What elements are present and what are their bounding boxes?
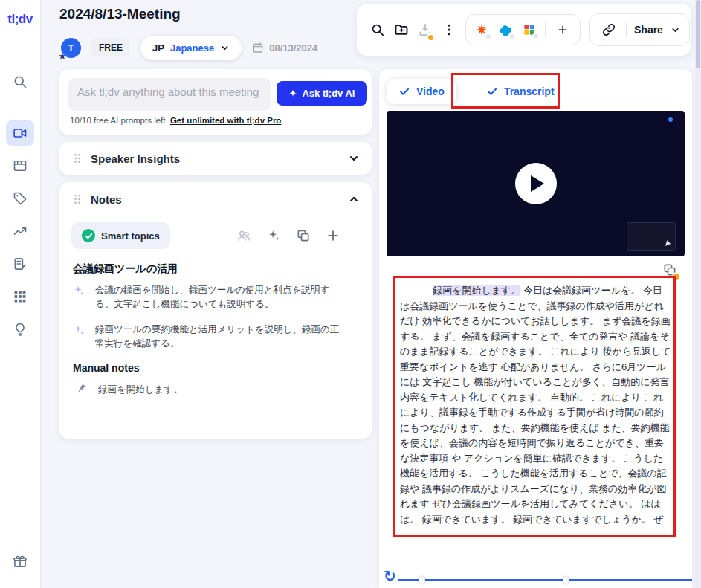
add-integration-button[interactable] — [553, 20, 572, 39]
sidebar: tl;dv — [0, 0, 41, 588]
gift-icon — [13, 554, 28, 569]
lightbulb-icon — [13, 322, 28, 337]
app-root: tl;dv — [0, 0, 701, 588]
tldv-logo: tl;dv — [7, 12, 32, 27]
integration-badge — [485, 33, 492, 40]
ask-ai-card: ✦ Ask tl;dv AI 10/10 free AI prompts lef… — [59, 69, 372, 135]
speaker-insights-card[interactable]: Speaker Insights — [59, 142, 372, 175]
check-icon — [398, 85, 410, 97]
integrations-group — [465, 14, 581, 45]
recording-indicator-dot — [668, 117, 673, 122]
notes-toolbar: Smart topics — [71, 222, 360, 249]
sparkles-icon: ✦ — [289, 88, 297, 99]
scrollbar-thumb[interactable] — [696, 0, 700, 68]
copy-badge — [672, 272, 681, 281]
transcript-highlight: 録画を開始します。 — [433, 285, 520, 296]
sidebar-meetings-button[interactable] — [6, 120, 34, 146]
sidebar-library-button[interactable] — [6, 152, 34, 179]
ai-note-item: 録画ツールの要約機能と活用メリットを説明し、録画の正常実行を確認する。 — [73, 323, 360, 352]
sparkle-icon — [73, 283, 88, 312]
move-to-folder-button[interactable] — [394, 20, 409, 39]
playback-timeline[interactable] — [398, 579, 692, 581]
library-icon — [13, 158, 28, 173]
copy-transcript-button[interactable] — [662, 262, 677, 277]
sparkle-wand-icon[interactable] — [266, 228, 281, 243]
sidebar-templates-button[interactable] — [6, 251, 34, 277]
chevron-down-icon — [671, 25, 680, 35]
language-name: Japanese — [170, 42, 214, 54]
speaker-insights-title: Speaker Insights — [91, 152, 180, 165]
smart-topic-heading: 会議録画ツールの活用 — [73, 262, 360, 276]
cursor-icon — [665, 240, 671, 247]
notes-title: Notes — [91, 193, 122, 206]
download-button[interactable] — [418, 20, 433, 39]
pin-icon — [76, 383, 89, 395]
integration-badge — [508, 33, 516, 40]
share-button[interactable]: Share — [634, 24, 663, 36]
check-circle-icon — [82, 229, 95, 242]
meeting-meta-row: T ★ FREE JP Japanese 08/13/2024 — [61, 34, 317, 61]
copy-icon[interactable] — [296, 228, 311, 243]
media-card: Video Transcript 録画を開始します。 今日は会議録画ツールを。 … — [379, 69, 692, 588]
integration-apps-button[interactable] — [521, 22, 537, 38]
video-player[interactable] — [387, 111, 685, 256]
language-code: JP — [152, 42, 164, 54]
drag-handle-icon[interactable] — [71, 193, 83, 205]
copy-link-button[interactable] — [599, 20, 618, 39]
tab-transcript[interactable]: Transcript — [474, 79, 566, 104]
smart-topics-button[interactable]: Smart topics — [71, 222, 170, 249]
toolbar-search-button[interactable] — [370, 20, 385, 39]
search-icon — [13, 74, 28, 89]
meeting-toolbar: Share — [357, 4, 691, 56]
ask-ai-button[interactable]: ✦ Ask tl;dv AI — [277, 81, 367, 106]
meeting-date: 08/13/2024 — [252, 42, 317, 54]
integration-badge — [532, 33, 540, 40]
apps-grid-icon — [13, 289, 28, 304]
video-camera-icon — [13, 126, 28, 140]
sidebar-rewards-button[interactable] — [6, 548, 34, 575]
kebab-menu-button[interactable] — [442, 20, 456, 39]
sidebar-search-button[interactable] — [6, 68, 34, 95]
tag-icon — [13, 191, 28, 206]
media-tabs: Video Transcript — [387, 79, 566, 104]
toolbar-divider — [545, 22, 546, 37]
integration-salesforce-button[interactable] — [497, 22, 514, 38]
integration-zapier-button[interactable] — [474, 22, 490, 38]
play-icon — [531, 175, 544, 192]
drag-handle-icon[interactable] — [71, 152, 83, 164]
chevron-down-icon[interactable] — [348, 152, 360, 164]
avatar[interactable]: T ★ — [61, 38, 81, 58]
notes-card: Notes Smart topics 会議録画ツールの活用 会議の録画を開始し、… — [59, 182, 372, 439]
timeline-marker[interactable] — [419, 577, 425, 584]
play-button[interactable] — [515, 163, 557, 204]
notes-icon — [13, 256, 28, 271]
timeline-marker[interactable] — [563, 577, 569, 584]
plus-icon[interactable] — [326, 228, 340, 243]
sidebar-apps-button[interactable] — [6, 283, 34, 310]
notes-actions — [236, 228, 360, 243]
loading-spinner-icon: ↻ — [384, 567, 396, 585]
sparkle-icon — [73, 323, 88, 352]
manual-note-item: 録画を開始します。 — [76, 383, 360, 397]
chevron-up-icon[interactable] — [348, 193, 360, 205]
page-title: 2024/8/13-Meeting — [59, 6, 181, 22]
page-scrollbar[interactable] — [695, 0, 701, 588]
sidebar-tags-button[interactable] — [6, 185, 34, 212]
ai-note-item: 会議の録画を開始し、録画ツールの使用と利点を説明する。文字起こし機能についても説… — [73, 283, 360, 312]
people-icon[interactable] — [236, 228, 251, 243]
avatar-star-icon: ★ — [58, 51, 67, 62]
transcript-body: 今日は会議録画ツールを。 今日は会議録画ツールを使うことで、議事録の作成や活用が… — [400, 285, 671, 527]
share-group: Share — [589, 13, 690, 46]
ask-ai-input[interactable] — [68, 78, 271, 111]
transcript-text[interactable]: 録画を開始します。 今日は会議録画ツールを。 今日は会議録画ツールを使うことで、… — [400, 283, 671, 527]
calendar-icon — [252, 42, 264, 54]
language-selector[interactable]: JP Japanese — [140, 36, 242, 60]
prompts-remaining: 10/10 free AI prompts left. Get unlimite… — [70, 116, 281, 125]
chevron-down-icon — [220, 43, 230, 53]
sidebar-tips-button[interactable] — [6, 316, 34, 343]
download-lock-badge — [427, 33, 435, 42]
tab-video[interactable]: Video — [387, 79, 456, 104]
check-icon — [486, 85, 498, 97]
sidebar-analytics-button[interactable] — [6, 218, 34, 245]
upgrade-link[interactable]: Get unlimited with tl;dv Pro — [170, 116, 282, 125]
